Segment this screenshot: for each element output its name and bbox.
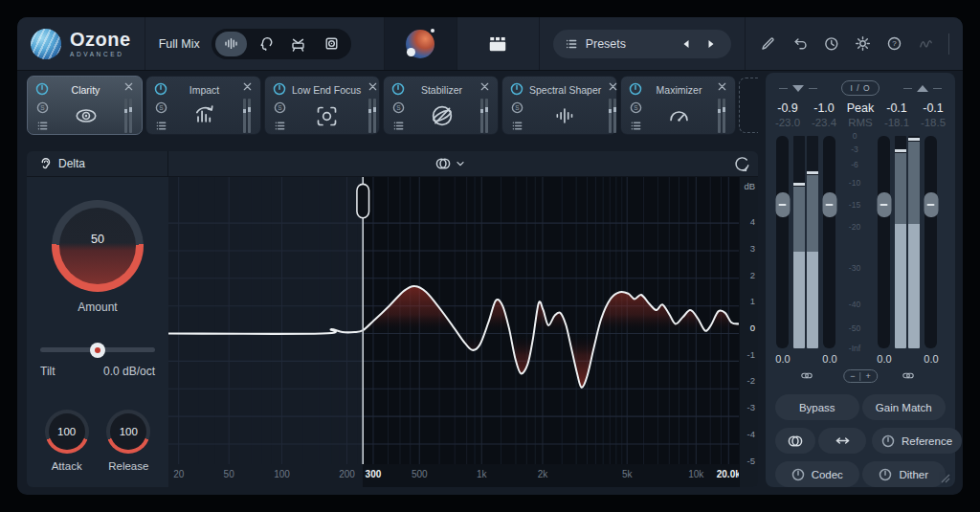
module-power-icon[interactable] [35,82,49,96]
module-solo-icon[interactable]: S [274,101,286,114]
power-icon[interactable] [881,434,895,448]
fader-handle[interactable] [822,192,836,217]
undo-button[interactable] [791,34,810,54]
app-title: Ozone [70,30,131,49]
resize-grip[interactable] [939,472,950,483]
spectrum-plot[interactable] [168,177,739,464]
module-solo-icon[interactable]: S [511,101,523,114]
gain-fader-3[interactable] [878,136,890,348]
module-power-icon[interactable] [391,82,405,96]
crossover-handle[interactable] [357,184,369,217]
width-arrows-button[interactable] [818,428,866,454]
mix-mode-drums[interactable] [282,32,314,56]
db-axis: dB43210-1-2-3-4-5 [739,177,758,487]
module-power-icon[interactable] [154,82,167,96]
stabilizer-module-icon [411,99,473,133]
input-meter-collapse-button[interactable] [779,85,817,92]
module-power-icon[interactable] [629,82,642,96]
module-menu-icon[interactable] [630,120,642,132]
power-icon[interactable] [791,468,805,481]
edit-pencil-button[interactable] [759,34,778,54]
peak-label[interactable]: Peak [842,101,879,115]
delta-button[interactable]: Delta [27,151,168,176]
stereo-mode-button[interactable] [775,428,815,454]
output-meter-collapse-button[interactable] [903,85,942,92]
input-link-button[interactable] [799,369,815,382]
previous-preset-button[interactable] [678,35,695,53]
next-preset-button[interactable] [702,35,720,53]
module-solo-icon[interactable]: S [155,101,167,114]
module-close-icon[interactable] [368,81,378,99]
reset-history-button[interactable] [729,155,754,173]
codec-button[interactable]: Codec [775,461,859,487]
rms-label[interactable]: RMS [842,117,879,128]
module-tab-impact[interactable]: S Impact [145,76,261,135]
power-icon[interactable] [879,468,892,481]
ni-wave-icon[interactable] [917,34,936,54]
io-toggle-button[interactable]: I / O [841,80,879,96]
gain-match-button[interactable]: Gain Match [862,394,947,420]
output-link-button[interactable] [901,369,917,382]
left-right-arrow-icon [834,432,852,450]
bypass-button[interactable]: Bypass [775,394,859,420]
mix-mode-waveform[interactable] [215,32,247,56]
tilt-slider-handle[interactable] [90,343,105,358]
fader-handle[interactable] [924,192,938,217]
release-knob[interactable]: 100 [106,410,150,454]
module-menu-icon[interactable] [155,120,167,132]
tilt-value: 0.0 dB/oct [103,365,155,378]
presets-dropdown[interactable]: Presets [553,30,731,58]
module-menu-icon[interactable] [274,120,286,132]
amount-knob[interactable]: 50 [52,200,144,292]
settings-gear-button[interactable] [854,34,873,54]
left-column: S Clarity S Impact S Low End Focus S Sta… [27,71,758,487]
module-solo-icon[interactable]: S [36,101,49,114]
module-menu-icon[interactable] [392,120,405,132]
ozone-window: Ozone ADVANCED Full Mix Presets [17,17,963,495]
module-tab-low-end-focus[interactable]: S Low End Focus [264,76,380,135]
dither-button[interactable]: Dither [862,461,947,487]
module-power-icon[interactable] [510,82,523,96]
module-tab-maximizer[interactable]: S Maximizer [620,76,736,135]
meter-scale--10: -10 [849,178,860,188]
module-menu-icon[interactable] [511,120,523,132]
mix-mode-vocal[interactable] [249,32,280,56]
module-tab-spectral-shaper[interactable]: S Spectral Shaper [501,76,617,135]
mix-mode-speaker[interactable] [316,32,347,56]
module-solo-icon[interactable]: S [392,101,405,114]
freq-tick-1k: 1k [477,469,487,479]
codec-label: Codec [812,469,843,480]
svg-text:S: S [159,104,164,111]
add-module-slot[interactable] [739,78,758,133]
attack-knob[interactable]: 100 [45,410,89,454]
module-tab-clarity[interactable]: S Clarity [27,76,143,135]
minus-plus-toggle[interactable]: −+ [843,369,878,383]
ai-assistant-button[interactable] [406,30,434,58]
fader-handle[interactable] [877,192,891,217]
gain-fader-1[interactable] [776,136,789,348]
tilt-slider[interactable] [40,347,155,352]
freq-tick-10k: 10k [688,469,703,479]
history-button[interactable] [822,34,841,54]
gain-fader-2[interactable] [823,136,835,348]
module-close-icon[interactable] [479,81,490,99]
meter-scale--6: -6 [851,160,858,169]
module-power-icon[interactable] [273,82,286,96]
module-tab-stabilizer[interactable]: S Stabilizer [383,76,499,135]
module-close-icon[interactable] [242,81,253,99]
meter-scale--50: -50 [849,323,860,333]
module-chain-view-button[interactable] [487,33,508,55]
module-menu-icon[interactable] [36,120,49,132]
module-solo-icon[interactable]: S [630,101,642,114]
reference-button[interactable]: Reference [872,428,962,454]
gain-fader-4[interactable] [924,136,937,348]
help-button[interactable]: ? [885,34,904,54]
module-close-icon[interactable] [608,81,618,99]
fader-handle[interactable] [775,192,790,217]
module-close-icon[interactable] [717,81,727,99]
module-close-icon[interactable] [123,81,134,99]
preset-list-icon [565,37,578,51]
stereo-mode-dropdown[interactable] [434,154,465,173]
clarity-module-panel: Delta 50 Amount [27,151,758,487]
meter-bar-output-left [895,136,906,348]
